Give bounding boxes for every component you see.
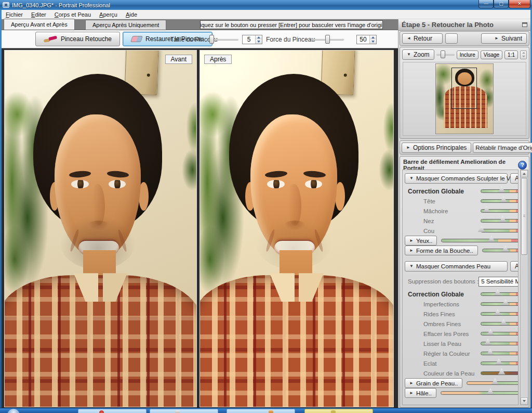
zoom-1-1-button[interactable]: 1:1 [504, 50, 518, 59]
spin-down-icon[interactable] [256, 40, 262, 44]
taskbar-button[interactable] [150, 409, 218, 413]
vertical-scrollbar[interactable] [520, 170, 528, 405]
scroll-down-icon[interactable] [521, 397, 528, 405]
brush-size-thumb[interactable] [209, 35, 214, 44]
machoire-slider[interactable] [481, 209, 518, 213]
lisser-la-peau-slider[interactable] [481, 342, 518, 345]
help-icon[interactable]: ? [518, 161, 527, 170]
navigator-thumbnail[interactable] [435, 63, 494, 134]
yeux-slider-thumb[interactable] [488, 236, 495, 242]
spot-removal-dropdown[interactable]: 5 Sensibilité Moye [478, 277, 518, 287]
tete-slider-thumb[interactable] [500, 196, 507, 202]
ombres-fines-slider[interactable] [481, 322, 518, 326]
close-button[interactable]: ✕ [509, 0, 530, 8]
float-panel-icon[interactable] [522, 22, 527, 27]
correction-globale-peau-slider[interactable] [481, 292, 518, 296]
cou-slider[interactable] [481, 229, 518, 233]
hale-slider-thumb[interactable] [487, 388, 494, 394]
maximize-button[interactable]: ▢ [494, 0, 509, 8]
brush-size-slider[interactable] [208, 36, 238, 43]
minimize-button[interactable]: — [478, 0, 494, 8]
forme-de-la-bouche-button[interactable]: ►Forme de la Bouche.. [405, 246, 478, 255]
face-section-toggle[interactable]: ▼Masquer Commandes Sculpter le Visage [405, 173, 508, 184]
hale-button[interactable]: ►Hâle.. [405, 388, 436, 398]
zoom-button[interactable]: ▼ Zoom [402, 49, 434, 60]
spin-up-icon[interactable] [370, 35, 376, 40]
scrollbar-thumb[interactable] [521, 178, 527, 255]
rides-fines-slider[interactable] [481, 312, 518, 316]
yeux-button[interactable]: ►Yeux.. [405, 236, 437, 246]
imperfections-slider[interactable] [481, 302, 518, 306]
regler-la-couleur-slider[interactable] [481, 352, 518, 355]
next-button[interactable]: ► Suivant [481, 33, 527, 44]
taskbar-button[interactable] [227, 409, 295, 413]
brush-size-spinner[interactable]: 5 [242, 35, 262, 44]
main-options-button[interactable]: ► Options Principales [402, 143, 471, 153]
effacer-les-pores-slider-thumb[interactable] [487, 329, 494, 335]
couleur-de-la-peau-slider[interactable] [481, 371, 518, 375]
clipped-a-button[interactable]: A [510, 261, 518, 272]
title-bar[interactable]: IMG_0340.JPG* - Portrait Professional — … [0, 0, 532, 10]
tab-before-after[interactable]: Aperçu Avant et Après [4, 19, 75, 30]
nez-slider[interactable] [481, 219, 518, 223]
eclat-slider-thumb[interactable] [495, 358, 502, 365]
back-button[interactable]: ◄ Retour [402, 33, 443, 44]
regler-la-couleur-slider-thumb[interactable] [486, 349, 494, 355]
grain-de-peau-button[interactable]: ►Grain de Peau.. [405, 378, 462, 388]
hale-slider[interactable] [441, 391, 518, 395]
eclat-slider[interactable] [481, 362, 518, 365]
taskbar-button[interactable] [304, 409, 373, 413]
restore-original-button[interactable]: Rétablir l'Image d'Origine [473, 143, 532, 153]
menu-fichier[interactable]: Fichier [2, 10, 27, 19]
windows-taskbar[interactable] [0, 408, 532, 413]
zoom-spinner[interactable] [520, 50, 527, 59]
brush-strength-thumb[interactable] [325, 35, 330, 44]
correction-globale-peau-slider-thumb[interactable] [494, 289, 501, 295]
menu-corps-et-peau[interactable]: Corps et Peau [50, 10, 95, 19]
zoom-face-button[interactable]: Visage [481, 50, 502, 59]
spin-down-icon[interactable] [370, 40, 376, 44]
start-orb-icon[interactable] [7, 409, 20, 413]
zoom-slider[interactable] [436, 51, 455, 58]
correction-globale-visage-slider-thumb[interactable] [498, 186, 506, 192]
blank-button[interactable] [445, 33, 458, 44]
rides-fines-slider-thumb[interactable] [494, 309, 501, 315]
grain-de-peau-slider[interactable] [467, 381, 518, 385]
regler-la-couleur-label: Régler la Couleur [405, 351, 481, 357]
spin-up-icon[interactable] [256, 35, 262, 40]
taskbar-button[interactable] [78, 409, 147, 413]
lisser-la-peau-slider-thumb[interactable] [484, 339, 491, 345]
brush-strength-slider[interactable] [312, 36, 344, 43]
tete-slider[interactable] [481, 199, 518, 203]
slider-row: Correction Globale [405, 186, 518, 196]
after-photo-canvas[interactable] [200, 50, 393, 407]
menu-aide[interactable]: Aide [122, 10, 141, 19]
menu-apercu[interactable]: Aperçu [95, 10, 122, 19]
clipped-a-button[interactable]: A [510, 173, 518, 184]
effacer-les-pores-slider[interactable] [481, 332, 518, 335]
couleur-de-la-peau-slider-thumb[interactable] [498, 368, 506, 375]
before-photo-canvas[interactable] [5, 50, 196, 407]
view-region-rectangle[interactable] [451, 68, 477, 109]
step-title-bar: Étape 5 - Retoucher la Photo [398, 19, 530, 31]
skin-section-toggle[interactable]: ▼Masquer Commandes Peau [405, 261, 508, 272]
imperfections-label: Imperfections [405, 301, 481, 307]
forme-de-la-bouche-slider-thumb[interactable] [502, 246, 509, 252]
retouch-brush-button[interactable]: Pinceau Retouche [35, 32, 120, 46]
imperfections-slider-thumb[interactable] [502, 299, 509, 305]
nez-slider-thumb[interactable] [499, 216, 507, 222]
zoom-thumb[interactable] [441, 50, 445, 58]
grain-de-peau-slider-thumb[interactable] [491, 378, 499, 384]
forme-de-la-bouche-slider[interactable] [482, 249, 518, 252]
menu-editer[interactable]: Editer [27, 10, 50, 19]
yeux-button-label: Yeux.. [416, 238, 433, 244]
ombres-fines-slider-thumb[interactable] [500, 319, 507, 325]
machoire-slider-thumb[interactable] [483, 206, 490, 212]
brush-strength-spinner[interactable]: 50 [356, 35, 377, 44]
correction-globale-visage-slider[interactable] [481, 189, 518, 193]
scroll-up-icon[interactable] [521, 170, 528, 177]
zoom-fit-button[interactable]: Inclure [457, 50, 478, 59]
tab-after-only[interactable]: Aperçu Après Uniquement [85, 20, 166, 30]
slider-row: Régler la Couleur [405, 349, 518, 358]
yeux-slider[interactable] [441, 239, 518, 242]
